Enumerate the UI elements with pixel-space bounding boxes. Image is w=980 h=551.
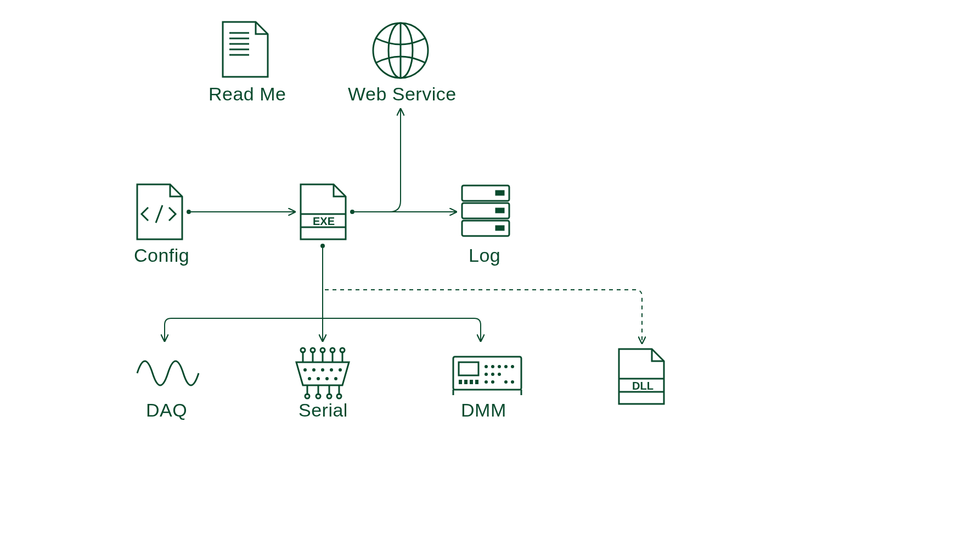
svg-point-55 xyxy=(504,365,508,368)
svg-point-58 xyxy=(491,373,494,376)
svg-line-8 xyxy=(156,205,162,223)
edge-exe-to-log xyxy=(351,210,455,213)
svg-point-70 xyxy=(321,244,324,248)
svg-point-63 xyxy=(511,380,514,384)
svg-point-52 xyxy=(485,365,488,368)
dll-badge: DLL xyxy=(632,380,654,392)
svg-point-20 xyxy=(311,348,315,352)
svg-point-34 xyxy=(337,394,341,398)
svg-point-62 xyxy=(504,380,508,384)
daq-icon xyxy=(137,361,199,385)
config-icon xyxy=(137,184,182,239)
svg-point-68 xyxy=(351,210,354,213)
svg-point-42 xyxy=(325,377,329,380)
svg-rect-51 xyxy=(475,380,478,384)
svg-point-54 xyxy=(498,365,501,368)
svg-point-38 xyxy=(330,368,333,372)
svg-point-41 xyxy=(317,377,320,380)
svg-point-37 xyxy=(321,368,324,372)
edge-exe-to-dll xyxy=(325,290,642,342)
exe-icon xyxy=(301,184,346,239)
svg-rect-14 xyxy=(496,209,504,212)
svg-point-60 xyxy=(485,380,488,384)
readme-icon xyxy=(223,22,268,77)
svg-point-43 xyxy=(334,377,337,380)
globe-icon xyxy=(373,23,428,78)
config-label: Config xyxy=(134,245,189,266)
svg-point-30 xyxy=(316,394,320,398)
exe-badge: EXE xyxy=(313,215,335,228)
svg-point-26 xyxy=(340,348,345,352)
svg-point-32 xyxy=(327,394,331,398)
svg-point-28 xyxy=(305,394,309,398)
svg-point-59 xyxy=(498,373,501,376)
svg-point-53 xyxy=(491,365,494,368)
webservice-label: Web Service xyxy=(348,83,457,105)
svg-point-35 xyxy=(303,368,307,372)
svg-point-24 xyxy=(330,348,335,352)
svg-point-36 xyxy=(312,368,316,372)
daq-label: DAQ xyxy=(146,400,187,421)
svg-point-22 xyxy=(320,348,325,352)
log-label: Log xyxy=(469,245,500,266)
dmm-label: DMM xyxy=(461,400,506,421)
svg-point-57 xyxy=(485,373,488,376)
edge-exe-to-webservice xyxy=(390,110,401,212)
svg-point-56 xyxy=(511,365,514,368)
svg-point-39 xyxy=(339,368,342,372)
svg-rect-12 xyxy=(496,191,504,195)
edge-config-to-exe xyxy=(187,210,294,213)
svg-rect-48 xyxy=(459,380,462,384)
svg-rect-47 xyxy=(459,362,478,375)
architecture-diagram xyxy=(0,0,980,551)
svg-point-61 xyxy=(491,380,494,384)
svg-point-66 xyxy=(187,210,190,213)
svg-point-40 xyxy=(308,377,311,380)
dmm-icon xyxy=(453,357,521,395)
svg-rect-49 xyxy=(464,380,468,384)
svg-point-18 xyxy=(301,348,305,352)
svg-rect-16 xyxy=(496,226,504,230)
serial-label: Serial xyxy=(298,400,348,421)
svg-rect-50 xyxy=(470,380,473,384)
dll-icon xyxy=(619,349,664,404)
serial-icon xyxy=(296,348,349,398)
readme-label: Read Me xyxy=(209,83,286,105)
log-icon xyxy=(462,185,509,236)
edge-exe-to-bus xyxy=(321,244,324,340)
